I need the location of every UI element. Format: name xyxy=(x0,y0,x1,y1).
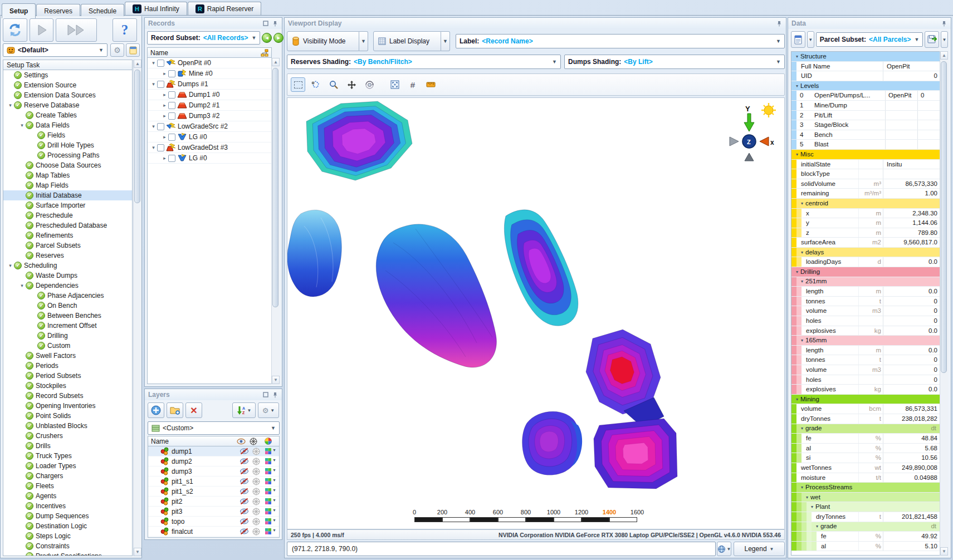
layer-row-topo[interactable]: topo▼ xyxy=(148,517,279,527)
visibility-off-icon[interactable] xyxy=(238,468,250,475)
data-grid-row[interactable]: al%5.10 xyxy=(791,542,940,552)
sidebar-item-steps-logic[interactable]: Steps Logic xyxy=(3,531,132,541)
visibility-mode-dropdown[interactable]: ▼ xyxy=(359,31,368,51)
sidebar-item-between-benches[interactable]: Between Benches xyxy=(3,311,132,321)
field-value[interactable]: 0 xyxy=(883,316,940,326)
sidebar-item-initial-database[interactable]: Initial Database xyxy=(3,190,132,200)
field-value[interactable]: 0.04988 xyxy=(883,473,940,483)
wireframe-wheel-icon[interactable] xyxy=(250,458,262,465)
layer-row-dump1[interactable]: dump1▼ xyxy=(148,446,279,456)
sidebar-item-dump-sequences[interactable]: Dump Sequences xyxy=(3,511,132,521)
data-grid-row[interactable]: dryTonnest201,821,458 xyxy=(791,512,940,522)
data-grid-row[interactable]: holes0 xyxy=(791,375,940,385)
profile-select[interactable]: <Default> ▼ xyxy=(3,43,107,57)
report-dropdown[interactable]: ▼ xyxy=(807,31,814,48)
field-value[interactable]: 0 xyxy=(883,297,940,306)
record-row-lg-0[interactable]: ▸LG #0 xyxy=(148,153,271,164)
data-grid-row[interactable]: UID0 xyxy=(791,71,940,81)
sidebar-item-preschedule[interactable]: Preschedule xyxy=(3,210,132,220)
field-value[interactable]: 49.92 xyxy=(883,532,940,541)
data-grid-row[interactable]: al%5.68 xyxy=(791,444,940,454)
sidebar-item-chargers[interactable]: Chargers xyxy=(3,471,132,481)
sidebar-item-reserves[interactable]: Reserves xyxy=(3,250,132,261)
data-grid-row[interactable]: explosiveskg0.0 xyxy=(791,385,940,395)
sidebar-item-truck-types[interactable]: Truck Types xyxy=(3,451,132,461)
fit-to-screen-tool[interactable] xyxy=(388,77,402,92)
field-value[interactable]: 0.0 xyxy=(883,346,940,355)
wireframe-wheel-icon[interactable] xyxy=(250,488,262,495)
field-value[interactable]: 0.0 xyxy=(883,257,940,267)
tree-expander-icon[interactable]: ▸ xyxy=(161,113,168,119)
tree-expander-icon[interactable]: ▾ xyxy=(7,263,14,268)
level-value-1[interactable] xyxy=(885,120,917,130)
layer-color-swatch[interactable]: ▼ xyxy=(262,458,279,464)
layer-color-swatch[interactable]: ▼ xyxy=(262,478,279,484)
visibility-off-icon[interactable] xyxy=(238,458,250,465)
section-header-levels[interactable]: ▾Levels xyxy=(791,81,940,91)
record-row-openpit-0[interactable]: ▾OpenPit #0 xyxy=(148,58,271,68)
collapse-triangle-icon[interactable]: ▾ xyxy=(804,493,810,502)
sidebar-item-waste-dumps[interactable]: Waste Dumps xyxy=(3,271,132,281)
sidebar-item-map-fields[interactable]: Map Fields xyxy=(3,180,132,190)
field-value[interactable]: 0.0 xyxy=(883,287,940,296)
data-grid-row[interactable]: 3Stage/Block xyxy=(791,120,940,130)
subsection-header-processstreams[interactable]: ▾ProcessStreams xyxy=(796,483,940,492)
level-value-2[interactable] xyxy=(917,130,940,140)
data-grid-row[interactable]: 5Blast xyxy=(791,140,940,150)
visibility-off-icon[interactable] xyxy=(238,488,250,495)
sidebar-item-custom[interactable]: Custom xyxy=(3,341,132,351)
level-value-2[interactable] xyxy=(917,101,940,110)
field-value[interactable]: 0 xyxy=(883,355,940,365)
collapse-triangle-icon[interactable]: ▾ xyxy=(794,267,800,277)
visibility-off-icon[interactable] xyxy=(238,518,250,525)
data-grid-row[interactable]: 4Bench xyxy=(791,130,940,140)
subsection-header-wet[interactable]: ▾wet xyxy=(802,493,940,502)
layer-color-swatch[interactable]: ▼ xyxy=(262,488,279,494)
sidebar-item-fleets[interactable]: Fleets xyxy=(3,481,132,491)
field-value[interactable]: 0 xyxy=(883,306,940,316)
sidebar-item-surface-importer[interactable]: Surface Importer xyxy=(3,200,132,210)
label-select[interactable]: Label: <Record Name> ▼ xyxy=(456,34,785,48)
float-window-icon[interactable] xyxy=(262,20,269,27)
data-grid-row[interactable]: ▾Plant xyxy=(791,502,940,512)
zoom-tool[interactable] xyxy=(326,77,341,92)
sidebar-item-swell-factors[interactable]: Swell Factors xyxy=(3,351,132,361)
tab-reserves[interactable]: Reserves xyxy=(36,4,80,17)
sort-layers-button[interactable]: AZ ▼ xyxy=(232,402,256,418)
tab-rapid-reserver[interactable]: RRapid Reserver xyxy=(188,2,261,15)
data-grid-row[interactable]: ▾Misc xyxy=(791,150,940,160)
sidebar-item-fields[interactable]: Fields xyxy=(3,130,132,140)
tree-expander-icon[interactable]: ▸ xyxy=(161,71,168,76)
sidebar-item-dependencies[interactable]: ▾Dependencies xyxy=(3,281,132,291)
legend-options-button[interactable]: ▼ xyxy=(717,542,731,556)
subsection-header-centroid[interactable]: ▾centroid xyxy=(796,199,940,208)
field-value[interactable]: 10.56 xyxy=(883,453,940,463)
add-layer-button[interactable] xyxy=(148,402,164,418)
field-value[interactable]: 5.10 xyxy=(883,542,940,551)
float-window-icon[interactable] xyxy=(262,391,269,399)
visibility-off-icon[interactable] xyxy=(238,448,250,455)
collapse-triangle-icon[interactable]: ▾ xyxy=(794,52,800,61)
pin-icon[interactable] xyxy=(940,20,947,27)
label-display-dropdown[interactable]: ▼ xyxy=(441,31,450,51)
level-value-1[interactable] xyxy=(885,130,917,140)
collapse-triangle-icon[interactable]: ▾ xyxy=(814,522,820,531)
sidebar-item-reserve-database[interactable]: ▾Reserve Database xyxy=(3,100,132,110)
scroll-down-icon[interactable]: ▼ xyxy=(134,548,141,556)
subsection-header-grade[interactable]: ▾gradedt xyxy=(796,424,940,434)
data-grid-row[interactable]: tonnest0 xyxy=(791,355,940,365)
layer-row-pit2[interactable]: pit2▼ xyxy=(148,497,279,507)
collapse-triangle-icon[interactable]: ▾ xyxy=(794,395,800,404)
layer-color-swatch[interactable]: ▼ xyxy=(262,518,279,524)
label-display-button[interactable]: Label Display xyxy=(373,31,441,51)
field-value[interactable]: 48.84 xyxy=(883,434,940,443)
pin-icon[interactable] xyxy=(271,20,278,27)
collapse-triangle-icon[interactable]: ▾ xyxy=(794,81,800,91)
record-checkbox[interactable] xyxy=(157,144,164,151)
data-grid-row[interactable]: ▾centroid xyxy=(791,199,940,209)
marquee-select-tool[interactable] xyxy=(291,77,305,92)
sidebar-item-drilling[interactable]: Drilling xyxy=(3,331,132,341)
field-value[interactable]: 2,348.30 xyxy=(883,209,940,218)
wireframe-wheel-icon[interactable] xyxy=(250,528,262,536)
sidebar-item-destination-logic[interactable]: Destination Logic xyxy=(3,521,132,531)
